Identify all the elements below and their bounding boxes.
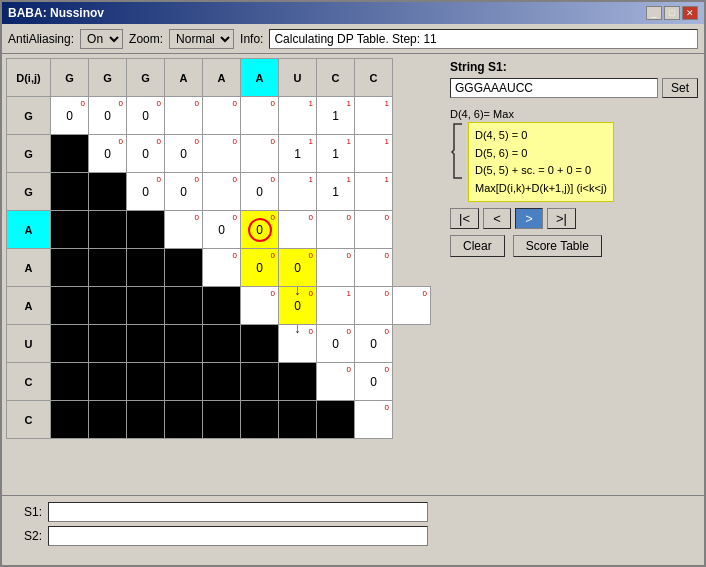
string-input[interactable] [450,78,658,98]
cell-1-7: 1 1 [317,135,355,173]
cell-1-0-black [51,135,89,173]
cell-0-5: 0 [241,97,279,135]
set-button[interactable]: Set [662,78,698,98]
cell-3-1-black [89,211,127,249]
formula-line2: D(5, 6) = 0 [475,145,527,163]
row-header-5: A [7,287,51,325]
title-buttons: _ □ ✕ [646,6,698,20]
formula-section: D(4, 6)= Max D(4, 5) = 0 D(5, 6) = 0 [450,108,698,202]
cell-4-4: 0 [203,249,241,287]
s2-row: S2: [12,526,694,546]
cell-5-8: 0 [355,287,393,325]
arrow-down-1: ↓ [294,282,301,298]
formula-brace-svg [450,122,464,180]
cell-2-8: 1 [355,173,393,211]
string-input-row: Set [450,78,698,98]
main-window: BABA: Nussinov _ □ ✕ AntiAliasing: On Of… [0,0,706,567]
action-buttons: Clear Score Table [450,235,698,257]
cell-1-5: 0 [241,135,279,173]
col-header-5-cyan: A [241,59,279,97]
score-table-button[interactable]: Score Table [513,235,602,257]
cell-8-8: 0 [355,401,393,439]
table-row: A 0 0 0 [7,249,431,287]
cell-5-9: 0 [393,287,431,325]
s1-label: S1: [12,505,42,519]
formula-brace-container: D(4, 5) = 0 D(5, 6) = 0 D(5, 5) + sc. = … [450,122,698,202]
nav-prev-button[interactable]: < [483,208,511,229]
formula-line3: D(5, 5) + sc. = 0 + 0 = 0 [475,162,591,180]
clear-button[interactable]: Clear [450,235,505,257]
cell-0-6: 1 [279,97,317,135]
formula-line4: Max[D(i,k)+D(k+1,j)] (i<k<j) [475,180,607,198]
cell-0-0: 0 0 [51,97,89,135]
cell-4-8: 0 [355,249,393,287]
formula-prefix: D(4, 6)= Max [450,108,698,120]
table-row: G 0 0 0 0 0 0 [7,97,431,135]
zoom-select[interactable]: Normal 50% 75% 150% [169,29,234,49]
cell-0-2: 0 0 [127,97,165,135]
cell-0-7: 1 1 [317,97,355,135]
row-header-2: G [7,173,51,211]
cell-1-2: 0 0 [127,135,165,173]
cell-2-4: 0 [203,173,241,211]
nav-buttons: |< < > >| [450,208,698,229]
row-header-8: C [7,401,51,439]
cell-7-8: 0 0 [355,363,393,401]
maximize-button[interactable]: □ [664,6,680,20]
row-header-7: C [7,363,51,401]
cell-3-8: 0 [355,211,393,249]
string-label: String S1: [450,60,698,74]
zoom-label: Zoom: [129,32,163,46]
nav-last-button[interactable]: >| [547,208,576,229]
col-header-6: U [279,59,317,97]
cell-0-8: 1 [355,97,393,135]
cell-3-3: 0 [165,211,203,249]
info-label: Info: [240,32,263,46]
s1-row: S1: [12,502,694,522]
cell-2-2: 0 0 [127,173,165,211]
cell-3-0-black [51,211,89,249]
cell-4-7: 0 [317,249,355,287]
col-header-2: G [127,59,165,97]
table-row: G 0 0 0 0 0 [7,173,431,211]
info-text: Calculating DP Table. Step: 11 [269,29,698,49]
s2-input[interactable] [48,526,428,546]
col-header-8: C [355,59,393,97]
string-section: String S1: Set [450,60,698,98]
col-header-4: A [203,59,241,97]
cell-0-3: 0 [165,97,203,135]
row-header-6: U [7,325,51,363]
table-row: U 0 0 0 [7,325,431,363]
circle-indicator: 0 [248,218,272,242]
cell-1-4: 0 [203,135,241,173]
cell-4-5-yellow: 0 0 [241,249,279,287]
antialias-label: AntiAliasing: [8,32,74,46]
close-button[interactable]: ✕ [682,6,698,20]
cell-5-5: 0 [241,287,279,325]
nav-first-button[interactable]: |< [450,208,479,229]
header-dij: D(i,j) [7,59,51,97]
antialias-select[interactable]: On Off [80,29,123,49]
table-row: C 0 0 [7,363,431,401]
cell-3-4: 0 0 [203,211,241,249]
formula-box: D(4, 5) = 0 D(5, 6) = 0 D(5, 5) + sc. = … [468,122,614,202]
cell-1-3: 0 0 [165,135,203,173]
right-panel: String S1: Set D(4, 6)= Max [444,54,704,495]
table-row: G 0 0 0 0 0 0 [7,135,431,173]
table-row: C 0 [7,401,431,439]
col-header-1: G [89,59,127,97]
col-header-7: C [317,59,355,97]
cell-1-6: 1 1 [279,135,317,173]
cell-2-6: 1 [279,173,317,211]
nav-next-button[interactable]: > [515,208,543,229]
title-bar: BABA: Nussinov _ □ ✕ [2,2,704,24]
table-row: A 0 0 0 ↓ [7,287,431,325]
minimize-button[interactable]: _ [646,6,662,20]
window-title: BABA: Nussinov [8,6,104,20]
cell-2-7: 1 1 [317,173,355,211]
s1-input[interactable] [48,502,428,522]
table-container: D(i,j) G G G A A A U C C [6,58,440,491]
left-panel: D(i,j) G G G A A A U C C [2,54,444,495]
col-header-0: G [51,59,89,97]
main-content: D(i,j) G G G A A A U C C [2,54,704,495]
